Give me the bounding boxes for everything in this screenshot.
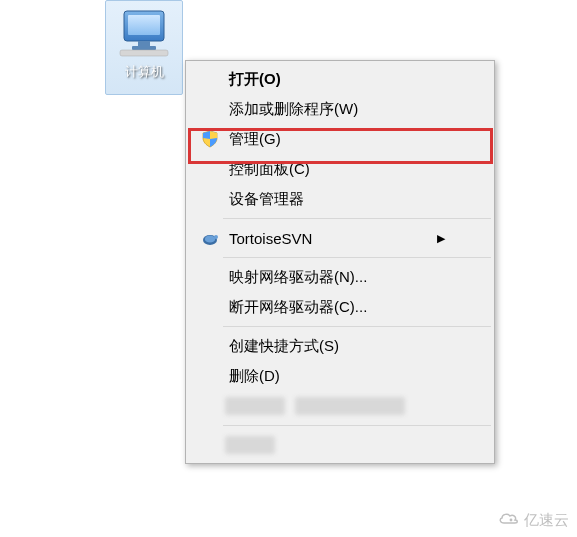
cloud-icon <box>498 510 520 531</box>
menu-item-blurred-1[interactable] <box>225 391 491 421</box>
menu-item-device-manager[interactable]: 设备管理器 <box>225 184 491 214</box>
watermark: 亿速云 <box>498 510 569 531</box>
menu-separator <box>223 257 491 258</box>
menu-separator <box>223 425 491 426</box>
menu-item-open[interactable]: 打开(O) <box>225 64 491 94</box>
menu-separator <box>223 326 491 327</box>
menu-item-control-panel[interactable]: 控制面板(C) <box>225 154 491 184</box>
menu-separator <box>223 218 491 219</box>
menu-label: 创建快捷方式(S) <box>225 337 455 356</box>
context-menu: 打开(O) 添加或删除程序(W) <box>185 60 495 464</box>
menu-item-create-shortcut[interactable]: 创建快捷方式(S) <box>225 331 491 361</box>
desktop-computer-icon[interactable]: 计算机 <box>105 0 183 95</box>
menu-item-delete[interactable]: 删除(D) <box>225 361 491 391</box>
svg-point-6 <box>205 235 215 242</box>
svg-rect-3 <box>132 46 156 50</box>
watermark-text: 亿速云 <box>524 511 569 530</box>
menu-label: 管理(G) <box>225 130 455 149</box>
menu-label: 添加或删除程序(W) <box>225 100 455 119</box>
menu-label: 设备管理器 <box>225 190 455 209</box>
menu-item-add-remove-programs[interactable]: 添加或删除程序(W) <box>225 94 491 124</box>
uac-shield-icon <box>201 130 219 148</box>
svg-rect-1 <box>128 15 160 35</box>
menu-item-blurred-2[interactable] <box>225 430 491 460</box>
submenu-arrow-icon: ▶ <box>437 232 445 245</box>
menu-label: 删除(D) <box>225 367 455 386</box>
menu-item-manage[interactable]: 管理(G) <box>225 124 491 154</box>
svg-point-7 <box>214 235 218 239</box>
svg-rect-4 <box>120 50 168 56</box>
menu-label: 断开网络驱动器(C)... <box>225 298 455 317</box>
computer-icon <box>118 7 170 59</box>
menu-label: 映射网络驱动器(N)... <box>225 268 455 287</box>
svg-rect-2 <box>138 41 150 46</box>
menu-label: TortoiseSVN <box>225 230 437 247</box>
menu-item-disconnect-network-drive[interactable]: 断开网络驱动器(C)... <box>225 292 491 322</box>
menu-item-map-network-drive[interactable]: 映射网络驱动器(N)... <box>225 262 491 292</box>
menu-label: 控制面板(C) <box>225 160 455 179</box>
menu-item-tortoisesvn[interactable]: TortoiseSVN ▶ <box>225 223 491 253</box>
tortoise-icon <box>201 229 219 247</box>
desktop-icon-label: 计算机 <box>125 63 164 81</box>
svg-point-8 <box>510 519 513 522</box>
menu-label: 打开(O) <box>225 70 455 89</box>
